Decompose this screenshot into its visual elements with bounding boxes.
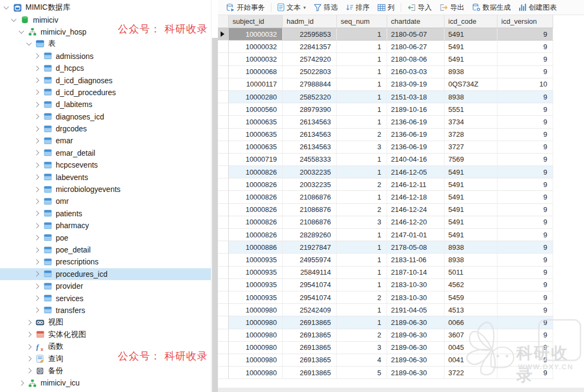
cell-icd_code[interactable]: 5491 — [444, 204, 497, 216]
row-header-cell[interactable] — [218, 241, 229, 254]
tree-item-hcpcsevents[interactable]: hcpcsevents — [0, 159, 211, 171]
chevron-right-icon[interactable] — [34, 247, 39, 253]
row-header-cell[interactable] — [218, 66, 229, 78]
chevron-right-icon[interactable] — [34, 211, 39, 216]
row-header-cell[interactable] — [218, 267, 229, 279]
tree-item-d_icd_procedures[interactable]: d_icd_procedures — [0, 87, 211, 98]
cell-subject_id[interactable]: 10000635 — [229, 141, 283, 154]
cell-icd_version[interactable]: 9 — [497, 204, 553, 216]
table-row[interactable]: 100009352584911412187-10-1450119 — [218, 267, 584, 279]
cell-chartdate[interactable]: 2189-10-16 — [387, 103, 444, 116]
cell-hadm_id[interactable]: 20032235 — [283, 178, 337, 191]
cell-icd_version[interactable]: 9 — [497, 41, 553, 53]
create-chart-button[interactable]: 创建图表 — [515, 1, 561, 14]
cell-icd_code[interactable]: 3727 — [444, 141, 497, 154]
text-view-button[interactable]: 文本▾ — [274, 1, 310, 14]
cell-icd_code[interactable]: 7569 — [444, 154, 497, 166]
cell-hadm_id[interactable]: 26913865 — [283, 354, 337, 367]
cell-chartdate[interactable]: 2189-06-30 — [387, 316, 444, 329]
cell-icd_version[interactable]: 9 — [497, 367, 553, 379]
cell-icd_code[interactable]: 4513 — [444, 304, 497, 316]
cell-seq_num[interactable]: 1 — [337, 41, 387, 53]
cell-hadm_id[interactable]: 22595853 — [283, 28, 337, 41]
cell-chartdate[interactable]: 2146-12-24 — [387, 204, 444, 216]
chevron-down-icon[interactable] — [4, 4, 9, 10]
cell-icd_code[interactable]: 5491 — [444, 191, 497, 203]
cell-icd_version[interactable]: 9 — [497, 254, 553, 266]
cell-icd_code[interactable]: 8938 — [444, 66, 497, 78]
cell-subject_id[interactable]: 10000935 — [229, 291, 283, 304]
chevron-right-icon[interactable] — [26, 344, 32, 349]
table-row[interactable]: 100005602897939012189-10-1655519 — [218, 103, 584, 116]
sidebar-scrollbar[interactable] — [211, 0, 218, 392]
cell-hadm_id[interactable]: 26913865 — [283, 316, 337, 329]
cell-chartdate[interactable]: 2160-03-03 — [387, 66, 444, 78]
cell-chartdate[interactable]: 2189-06-30 — [387, 329, 444, 342]
cell-icd_code[interactable]: 5491 — [444, 28, 497, 41]
cell-chartdate[interactable]: 2191-04-05 — [387, 304, 444, 316]
cell-subject_id[interactable]: 10000635 — [229, 116, 283, 128]
table-row[interactable]: 100008262108687612146-12-1854919 — [218, 191, 584, 203]
cell-icd_code[interactable]: 3728 — [444, 129, 497, 141]
cell-seq_num[interactable]: 2 — [337, 204, 387, 216]
cell-chartdate[interactable]: 2183-10-30 — [387, 279, 444, 291]
cell-subject_id[interactable]: 10000826 — [229, 229, 283, 241]
cell-chartdate[interactable]: 2147-01-01 — [387, 229, 444, 241]
cell-icd_version[interactable]: 9 — [497, 141, 553, 154]
cell-hadm_id[interactable]: 26134563 — [283, 116, 337, 128]
tree-item-d_hcpcs[interactable]: d_hcpcs — [0, 62, 211, 74]
cell-subject_id[interactable]: 10000068 — [229, 66, 283, 78]
cell-chartdate[interactable]: 2180-05-07 — [387, 28, 444, 41]
row-header-cell[interactable] — [218, 166, 229, 178]
cell-hadm_id[interactable]: 26913865 — [283, 329, 337, 342]
row-header-cell[interactable] — [218, 279, 229, 291]
table-row[interactable]: 100009802691386512189-06-3000669 — [218, 316, 584, 329]
cell-hadm_id[interactable]: 26134563 — [283, 141, 337, 154]
chevron-right-icon[interactable] — [26, 368, 32, 374]
row-header-cell[interactable] — [218, 53, 229, 65]
cell-icd_version[interactable]: 9 — [497, 291, 553, 304]
chevron-right-icon[interactable] — [34, 162, 39, 168]
table-row[interactable]: 100000322259585312180-05-0754919 — [218, 28, 584, 41]
cell-subject_id[interactable]: 10000935 — [229, 267, 283, 279]
cell-subject_id[interactable]: 10000117 — [229, 78, 283, 91]
cell-icd_code[interactable]: 5491 — [444, 41, 497, 53]
cell-seq_num[interactable]: 4 — [337, 354, 387, 367]
table-row[interactable]: 100009802691386552189-06-3037229 — [218, 367, 584, 379]
tree-item-emar[interactable]: emar — [0, 135, 211, 147]
cell-chartdate[interactable]: 2189-06-30 — [387, 367, 444, 379]
cell-icd_code[interactable]: 0QS734Z — [444, 78, 497, 91]
sort-button[interactable]: 排序 — [342, 1, 374, 14]
row-header-cell[interactable] — [218, 304, 229, 316]
cell-subject_id[interactable]: 10000980 — [229, 329, 283, 342]
cell-icd_code[interactable]: 3607 — [444, 329, 497, 342]
table-row[interactable]: 100006352613456312136-06-1937349 — [218, 116, 584, 128]
cell-seq_num[interactable]: 1 — [337, 316, 387, 329]
row-header-cell[interactable] — [218, 141, 229, 154]
tree-item-procedures_icd[interactable]: procedures_icd — [0, 268, 211, 280]
cell-icd_version[interactable]: 9 — [497, 166, 553, 178]
row-header-cell[interactable] — [218, 41, 229, 53]
chevron-down-icon[interactable] — [19, 29, 24, 34]
cell-icd_version[interactable]: 9 — [497, 241, 553, 254]
tree-item-prescriptions[interactable]: prescriptions — [0, 256, 211, 268]
tree-item-mimiciv_icu[interactable]: mimiciv_icu — [0, 377, 211, 389]
row-header-cell[interactable] — [218, 28, 229, 41]
cell-icd_version[interactable]: 9 — [497, 329, 553, 342]
cell-hadm_id[interactable]: 25742920 — [283, 53, 337, 65]
cell-hadm_id[interactable]: 21927847 — [283, 241, 337, 254]
cell-seq_num[interactable]: 1 — [337, 116, 387, 128]
tree-item-[interactable]: 视图 — [0, 316, 211, 328]
chevron-right-icon[interactable] — [34, 259, 39, 264]
cell-seq_num[interactable]: 5 — [337, 367, 387, 379]
cell-icd_code[interactable]: 5491 — [444, 166, 497, 178]
tree-item-MIMIC[interactable]: MIMIC数据库 — [0, 2, 211, 14]
grid-corner-cell[interactable] — [218, 15, 229, 28]
tree-item-[interactable]: 实体化视图 — [0, 329, 211, 341]
cell-seq_num[interactable]: 1 — [337, 53, 387, 65]
table-row[interactable]: 100009802524240912191-04-0545139 — [218, 304, 584, 316]
row-header-cell[interactable] — [218, 191, 229, 203]
table-row[interactable]: 100006352613456332136-06-1937279 — [218, 141, 584, 154]
chevron-down-icon[interactable] — [11, 16, 17, 22]
chevron-right-icon[interactable] — [34, 271, 39, 277]
